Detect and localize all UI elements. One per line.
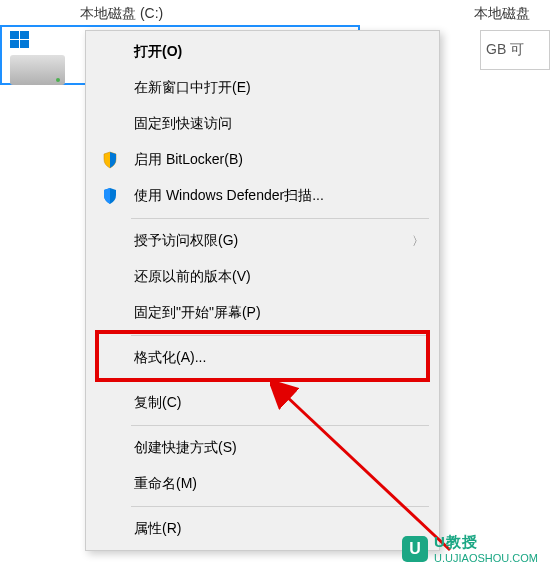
defender-shield-icon bbox=[100, 186, 120, 206]
menu-separator bbox=[131, 218, 429, 219]
drive-right-label: 本地磁盘 bbox=[474, 5, 530, 23]
svg-rect-0 bbox=[10, 31, 19, 39]
menu-pin-quick-access[interactable]: 固定到快速访问 bbox=[86, 106, 439, 142]
menu-grant-access[interactable]: 授予访问权限(G) 〉 bbox=[86, 223, 439, 259]
menu-separator bbox=[131, 425, 429, 426]
menu-defender-scan[interactable]: 使用 Windows Defender扫描... bbox=[86, 178, 439, 214]
menu-properties[interactable]: 属性(R) bbox=[86, 511, 439, 547]
menu-open-new-window[interactable]: 在新窗口中打开(E) bbox=[86, 70, 439, 106]
watermark-brand: U教授 bbox=[434, 533, 538, 552]
menu-rename[interactable]: 重命名(M) bbox=[86, 466, 439, 502]
shield-icon bbox=[100, 150, 120, 170]
drive-c-icon bbox=[10, 30, 65, 85]
svg-rect-3 bbox=[20, 40, 29, 48]
chevron-right-icon: 〉 bbox=[412, 233, 424, 250]
menu-separator bbox=[131, 506, 429, 507]
menu-format[interactable]: 格式化(A)... bbox=[86, 340, 439, 376]
menu-bitlocker[interactable]: 启用 BitLocker(B) bbox=[86, 142, 439, 178]
menu-copy[interactable]: 复制(C) bbox=[86, 385, 439, 421]
menu-open[interactable]: 打开(O) bbox=[86, 34, 439, 70]
watermark-url: U.UJIAOSHOU.COM bbox=[434, 552, 538, 564]
drive-right-fragment: GB 可 bbox=[480, 30, 550, 70]
windows-flag-icon bbox=[10, 30, 30, 50]
menu-separator bbox=[131, 380, 429, 381]
menu-separator bbox=[131, 335, 429, 336]
svg-rect-2 bbox=[10, 40, 19, 48]
menu-restore-versions[interactable]: 还原以前的版本(V) bbox=[86, 259, 439, 295]
menu-create-shortcut[interactable]: 创建快捷方式(S) bbox=[86, 430, 439, 466]
menu-pin-start[interactable]: 固定到"开始"屏幕(P) bbox=[86, 295, 439, 331]
svg-rect-1 bbox=[20, 31, 29, 39]
drive-c-label: 本地磁盘 (C:) bbox=[80, 5, 163, 23]
context-menu: 打开(O) 在新窗口中打开(E) 固定到快速访问 启用 BitLocker(B)… bbox=[85, 30, 440, 551]
watermark-logo: U bbox=[402, 536, 428, 562]
watermark: U U教授 U.UJIAOSHOU.COM bbox=[402, 533, 538, 564]
drive-icon bbox=[10, 55, 65, 85]
